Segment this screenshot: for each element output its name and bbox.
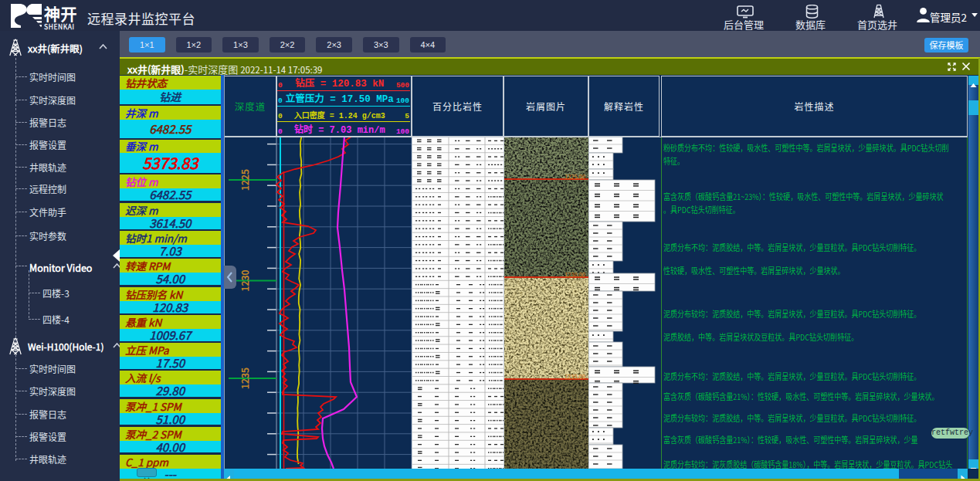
svg-text:1225: 1225 bbox=[237, 169, 252, 191]
svg-text:1230: 1230 bbox=[237, 270, 252, 292]
svg-text:1235: 1235 bbox=[237, 368, 252, 389]
